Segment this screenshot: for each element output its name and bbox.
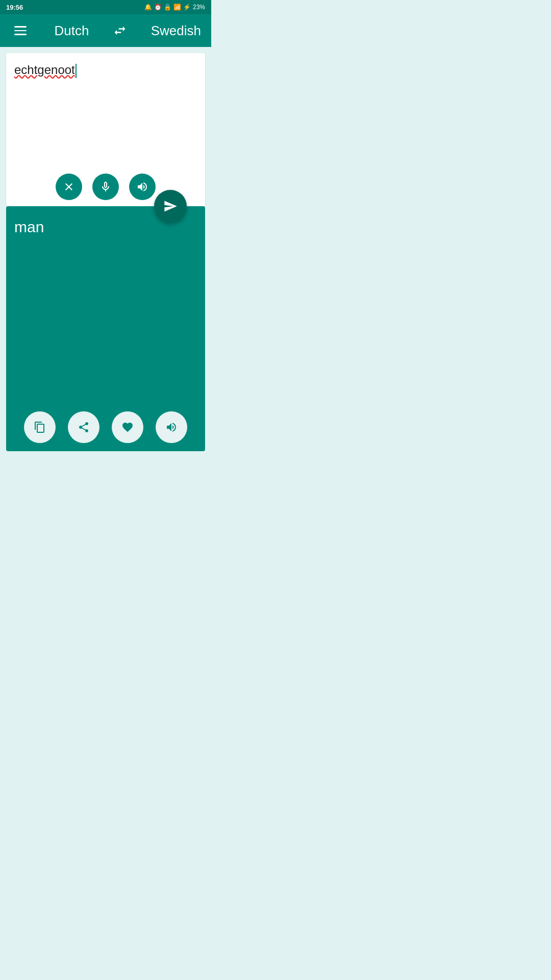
swap-languages-button[interactable] [113, 23, 127, 38]
battery-level: 23% [193, 4, 205, 11]
clear-button[interactable] [56, 174, 82, 200]
toolbar: Dutch Swedish [0, 14, 211, 47]
copy-icon [34, 421, 46, 433]
microphone-button[interactable] [92, 174, 119, 200]
close-icon [63, 181, 75, 193]
share-icon [78, 421, 90, 433]
status-bar: 19:56 🔔 ⏰ 🔒 📶 ⚡ 23% [0, 0, 211, 14]
charging-icon: ⚡ [183, 4, 191, 11]
share-button[interactable] [68, 411, 99, 443]
translate-button[interactable] [154, 190, 187, 223]
alarm-icon: ⏰ [154, 4, 162, 11]
copy-button[interactable] [24, 411, 56, 443]
notification-icon: 🔔 [144, 4, 152, 11]
favorite-button[interactable] [112, 411, 143, 443]
listen-output-button[interactable] [156, 411, 187, 443]
lock-icon: 🔒 [164, 4, 171, 11]
target-language[interactable]: Swedish [151, 23, 201, 39]
input-text-display[interactable]: echtgenoot [14, 61, 197, 79]
menu-button[interactable] [10, 22, 31, 39]
input-text-underlined: echtgenoot [14, 63, 75, 77]
volume-output-icon [165, 421, 178, 433]
output-section: man [6, 206, 205, 451]
listen-input-button[interactable] [129, 174, 156, 200]
text-cursor [76, 64, 77, 78]
signal-icon: 📶 [173, 4, 181, 11]
source-language[interactable]: Dutch [55, 23, 89, 39]
swap-icon [113, 23, 127, 38]
heart-icon [121, 421, 134, 433]
input-section: echtgenoot [6, 53, 205, 206]
mic-icon [99, 181, 112, 193]
volume-icon [136, 181, 148, 193]
output-actions [6, 411, 205, 443]
status-time: 19:56 [6, 4, 23, 11]
send-icon [163, 199, 178, 213]
status-icons: 🔔 ⏰ 🔒 📶 ⚡ 23% [144, 4, 205, 11]
